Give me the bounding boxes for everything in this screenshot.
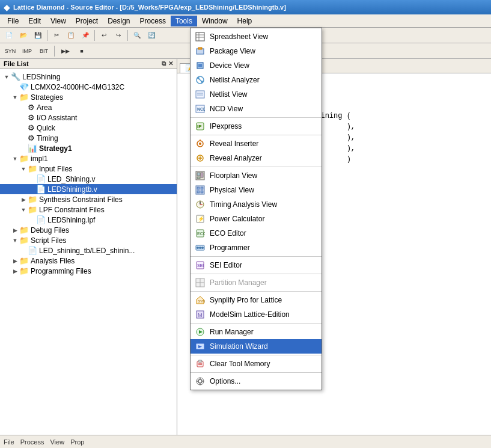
label-input-files: Input Files bbox=[39, 165, 72, 173]
tree-item-quick[interactable]: ⚙ Quick bbox=[0, 123, 177, 133]
menu-file[interactable]: File bbox=[2, 16, 23, 26]
paste-btn[interactable]: 📌 bbox=[79, 29, 92, 41]
ipexpress-icon: IP bbox=[194, 121, 206, 132]
menu-window[interactable]: Window bbox=[197, 16, 233, 26]
netlist-analyzer-label: Netlist Analyzer bbox=[210, 76, 260, 84]
tree-item-analysis[interactable]: ▶ 📁 Analysis Files bbox=[0, 256, 177, 266]
tree-item-led-shining[interactable]: 📄 LED_Shining.v bbox=[0, 174, 177, 184]
menu-sei-editor[interactable]: SEI SEI Editor bbox=[191, 258, 322, 272]
file-tree[interactable]: ▼ 🔧 LEDShining 💎 LCMXO2-4000HC-4MG132C ▼… bbox=[0, 69, 177, 435]
find-btn[interactable]: 🔍 bbox=[130, 29, 144, 41]
menu-synplify[interactable]: SYN Synplify Pro for Lattice bbox=[191, 293, 322, 307]
menu-partition-manager[interactable]: Partition Manager bbox=[191, 275, 322, 290]
run-manager-icon bbox=[194, 327, 206, 337]
reveal-analyzer-icon bbox=[194, 153, 206, 164]
menu-timing-analysis-view[interactable]: Timing Analysis View bbox=[191, 197, 322, 212]
run-all-btn[interactable]: ▶▶ bbox=[57, 45, 74, 57]
menu-physical-view[interactable]: Physical View bbox=[191, 183, 322, 197]
synth-btn[interactable]: SYN bbox=[2, 45, 18, 57]
redo-btn[interactable]: ↪ bbox=[112, 29, 125, 41]
menu-netlist-analyzer[interactable]: Netlist Analyzer bbox=[191, 73, 322, 87]
icon-ledshining-tb: 📄 bbox=[36, 185, 46, 194]
close-panel-btn[interactable]: ✕ bbox=[168, 60, 173, 67]
menu-spreadsheet-view[interactable]: Spreadsheet View bbox=[191, 29, 322, 44]
modelsim-icon: M bbox=[194, 309, 206, 320]
menu-power-calculator[interactable]: ⚡ Power Calculator bbox=[191, 212, 322, 226]
physical-view-icon bbox=[194, 185, 206, 195]
menu-edit[interactable]: Edit bbox=[23, 16, 46, 26]
icon-impl1: 📁 bbox=[19, 154, 29, 163]
new-btn[interactable]: 📄 bbox=[2, 29, 16, 41]
menu-reveal-inserter[interactable]: Reveal Inserter bbox=[191, 137, 322, 151]
menu-netlist-view[interactable]: Netlist View bbox=[191, 87, 322, 102]
arrow-input-files: ▼ bbox=[19, 166, 28, 172]
tree-item-chip[interactable]: 💎 LCMXO2-4000HC-4MG132C bbox=[0, 82, 177, 92]
menu-help[interactable]: Help bbox=[233, 16, 257, 26]
menu-device-view[interactable]: Device View bbox=[191, 58, 322, 73]
tree-item-area[interactable]: ⚙ Area bbox=[0, 102, 177, 112]
menu-view[interactable]: View bbox=[46, 16, 71, 26]
tree-item-lpf[interactable]: 📄 LEDShining.lpf bbox=[0, 215, 177, 225]
undock-btn[interactable]: ⧉ bbox=[162, 60, 166, 67]
partition-manager-icon bbox=[194, 277, 206, 288]
tree-item-strategies[interactable]: ▼ 📁 Strategies bbox=[0, 92, 177, 102]
ncd-icon: NCD bbox=[194, 103, 206, 114]
label-debug: Debug Files bbox=[31, 226, 69, 235]
menu-bar: File Edit View Project Design Process To… bbox=[0, 14, 491, 28]
icon-lpf-files: 📁 bbox=[28, 205, 37, 214]
tree-item-io[interactable]: ⚙ I/O Assistant bbox=[0, 112, 177, 123]
tree-item-script[interactable]: ▼ 📁 Script Files bbox=[0, 235, 177, 245]
save-btn[interactable]: 💾 bbox=[31, 29, 44, 41]
menu-programmer[interactable]: Programmer bbox=[191, 241, 322, 255]
label-synth-constraints: Synthesis Constraint Files bbox=[39, 195, 123, 204]
file-list-header: File List ⧉ ✕ bbox=[0, 59, 177, 69]
sep6 bbox=[191, 291, 322, 292]
icon-script: 📁 bbox=[19, 236, 29, 245]
arrow-synth-constraints: ▶ bbox=[19, 197, 28, 203]
menu-reveal-analyzer[interactable]: Reveal Analyzer bbox=[191, 151, 322, 165]
stop-btn[interactable]: ■ bbox=[75, 45, 88, 57]
sei-editor-icon: SEI bbox=[194, 260, 206, 271]
open-btn[interactable]: 📂 bbox=[17, 29, 30, 41]
tree-item-programming[interactable]: ▶ 📁 Programming Files bbox=[0, 266, 177, 276]
synplify-icon: SYN bbox=[194, 295, 206, 305]
simulation-wizard-label: Simulation Wizard bbox=[210, 342, 268, 351]
menu-clear-tool-memory[interactable]: Clear Tool Memory bbox=[191, 357, 322, 371]
power-calculator-icon: ⚡ bbox=[194, 213, 206, 224]
tree-item-timing[interactable]: ⚙ Timing bbox=[0, 133, 177, 143]
cut-btn[interactable]: ✂ bbox=[50, 29, 63, 41]
partition-manager-label: Partition Manager bbox=[210, 278, 267, 287]
svg-text:ECO: ECO bbox=[197, 232, 205, 236]
bit-btn[interactable]: BIT bbox=[36, 45, 52, 57]
menu-options[interactable]: Options... bbox=[191, 374, 322, 388]
menu-tools[interactable]: Tools bbox=[171, 16, 197, 26]
impl-btn[interactable]: IMP bbox=[19, 45, 35, 57]
label-strategies: Strategies bbox=[31, 93, 63, 102]
menu-project[interactable]: Project bbox=[71, 16, 103, 26]
replace-btn[interactable]: 🔄 bbox=[145, 29, 158, 41]
tree-item-lpf-files[interactable]: ▼ 📁 LPF Constraint Files bbox=[0, 204, 177, 215]
undo-btn[interactable]: ↩ bbox=[97, 29, 111, 41]
tree-item-debug[interactable]: ▶ 📁 Debug Files bbox=[0, 225, 177, 235]
arrow-impl1: ▼ bbox=[11, 156, 19, 162]
menu-run-manager[interactable]: Run Manager bbox=[191, 325, 322, 339]
tree-item-impl1[interactable]: ▼ 📁 impl1 bbox=[0, 153, 177, 164]
tree-item-ledshining[interactable]: ▼ 🔧 LEDShining bbox=[0, 72, 177, 82]
menu-simulation-wizard[interactable]: Simulation Wizard bbox=[191, 339, 322, 354]
menu-eco-editor[interactable]: ECO ECO Editor bbox=[191, 226, 322, 241]
tree-item-script1[interactable]: 📄 LED_shining_tb/LED_shinin... bbox=[0, 245, 177, 256]
menu-design[interactable]: Design bbox=[103, 16, 135, 26]
menu-ncd-view[interactable]: NCD NCD View bbox=[191, 102, 322, 116]
menu-modelsim[interactable]: M ModelSim Lattice-Edition bbox=[191, 307, 322, 322]
tree-item-ledshining-tb[interactable]: 📄 LEDShiningtb.v bbox=[0, 184, 177, 194]
tree-item-input-files[interactable]: ▼ 📁 Input Files bbox=[0, 164, 177, 174]
menu-floorplan-view[interactable]: Floorplan View bbox=[191, 168, 322, 183]
menu-process[interactable]: Process bbox=[135, 16, 171, 26]
tree-item-synth-constraints[interactable]: ▶ 📁 Synthesis Constraint Files bbox=[0, 194, 177, 204]
menu-ipexpress[interactable]: IP IPexpress bbox=[191, 119, 322, 133]
icon-strategies: 📁 bbox=[19, 93, 29, 102]
tree-item-strategy1[interactable]: 📊 Strategy1 bbox=[0, 143, 177, 153]
netlist-view-icon bbox=[194, 89, 206, 100]
menu-package-view[interactable]: Package View bbox=[191, 44, 322, 58]
copy-btn[interactable]: 📋 bbox=[64, 29, 78, 41]
